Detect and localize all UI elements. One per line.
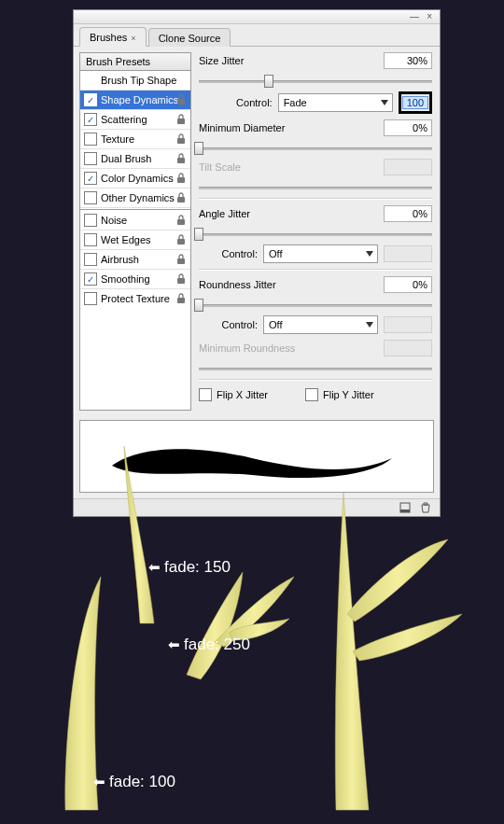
svg-rect-9	[177, 278, 185, 284]
checkbox[interactable]: ✓	[84, 272, 97, 286]
svg-rect-4	[177, 177, 185, 183]
checkbox[interactable]	[84, 253, 97, 266]
brush-settings-sidebar: Brush Presets Brush Tip Shape✓Shape Dyna…	[79, 52, 191, 411]
sidebar-item-other-dynamics[interactable]: Other Dynamics	[80, 189, 190, 208]
roundness-jitter-value[interactable]: 0%	[384, 276, 432, 293]
roundness-control-value	[384, 316, 432, 333]
minimize-button[interactable]: —	[410, 11, 419, 21]
sidebar-item-color-dynamics[interactable]: ✓Color Dynamics	[80, 169, 190, 189]
lock-icon[interactable]	[175, 253, 187, 266]
roundness-jitter-label: Roundness Jitter	[199, 279, 276, 290]
lock-icon[interactable]	[175, 113, 187, 126]
tab-bar: Brushes× Clone Source	[74, 24, 440, 47]
svg-rect-6	[177, 219, 185, 225]
lock-icon[interactable]	[175, 172, 187, 185]
roundness-control-dropdown[interactable]: Off	[263, 315, 378, 334]
svg-rect-7	[177, 239, 185, 244]
checkbox[interactable]	[84, 233, 97, 246]
sidebar-item-noise[interactable]: Noise	[80, 211, 190, 230]
fade-value-input[interactable]: 100	[402, 96, 428, 109]
tab-brushes[interactable]: Brushes×	[79, 27, 147, 47]
min-roundness-slider	[199, 362, 432, 375]
lock-icon[interactable]	[175, 152, 187, 165]
tilt-scale-slider	[199, 181, 432, 194]
checkbox[interactable]	[84, 152, 97, 165]
lock-icon[interactable]	[175, 214, 187, 227]
checkbox[interactable]	[84, 292, 97, 305]
lock-icon[interactable]	[175, 272, 187, 286]
annotation-text: fade: 250	[184, 635, 250, 654]
sidebar-item-shape-dynamics[interactable]: ✓Shape Dynamics	[80, 91, 190, 110]
size-jitter-label: Size Jitter	[199, 55, 244, 66]
close-button[interactable]: ×	[427, 11, 432, 21]
lock-icon[interactable]	[175, 93, 187, 106]
min-diameter-value[interactable]: 0%	[384, 119, 432, 136]
arrow-left-icon: ⬅	[168, 636, 180, 653]
sidebar-item-wet-edges[interactable]: Wet Edges	[80, 230, 190, 250]
sidebar-item-scattering[interactable]: ✓Scattering	[80, 110, 190, 130]
checkbox[interactable]	[84, 133, 97, 146]
sidebar-item-label: Scattering	[101, 114, 147, 125]
tab-label: Clone Source	[159, 33, 221, 44]
tilt-scale-label: Tilt Scale	[199, 161, 241, 173]
flip-x-checkbox[interactable]	[199, 388, 212, 401]
flip-y-checkbox[interactable]	[305, 388, 318, 401]
checkbox[interactable]	[84, 191, 97, 204]
svg-rect-5	[177, 197, 185, 203]
roundness-jitter-slider[interactable]	[199, 299, 432, 312]
sidebar-item-label: Texture	[101, 133, 134, 145]
checkbox[interactable]: ✓	[84, 93, 97, 106]
checkbox[interactable]: ✓	[84, 113, 97, 126]
min-diameter-label: Minimum Diameter	[199, 122, 285, 133]
settings-main: Size Jitter 30% Control: Fade 100 Minimu…	[191, 47, 440, 416]
tab-clone-source[interactable]: Clone Source	[148, 28, 231, 47]
min-diameter-slider[interactable]	[199, 142, 432, 155]
svg-rect-2	[177, 138, 185, 144]
annotation-fade-100: ⬅ fade: 100	[93, 773, 175, 791]
checkbox[interactable]: ✓	[84, 172, 97, 185]
annotation-fade-250: ⬅ fade: 250	[168, 635, 250, 654]
angle-control-dropdown[interactable]: Off	[263, 244, 378, 263]
sidebar-item-label: Airbrush	[101, 254, 139, 265]
svg-rect-10	[177, 298, 185, 303]
sidebar-item-label: Wet Edges	[101, 234, 151, 245]
titlebar: — ×	[74, 10, 440, 24]
lock-icon[interactable]	[175, 292, 187, 305]
sidebar-item-label: Brush Tip Shape	[101, 75, 176, 86]
sidebar-item-texture[interactable]: Texture	[80, 130, 190, 149]
checkbox[interactable]	[84, 214, 97, 227]
svg-rect-0	[177, 99, 185, 105]
sidebar-item-label: Color Dynamics	[101, 173, 174, 184]
lock-icon[interactable]	[175, 233, 187, 246]
sidebar-item-label: Other Dynamics	[101, 192, 175, 203]
min-roundness-value	[384, 340, 432, 356]
sidebar-item-brush-tip-shape[interactable]: Brush Tip Shape	[80, 71, 190, 91]
angle-jitter-value[interactable]: 0%	[384, 205, 432, 222]
annotation-text: fade: 150	[164, 558, 231, 577]
sidebar-item-dual-brush[interactable]: Dual Brush	[80, 149, 190, 169]
size-jitter-slider[interactable]	[199, 75, 432, 88]
svg-rect-1	[177, 119, 185, 124]
sidebar-item-smoothing[interactable]: ✓Smoothing	[80, 270, 190, 289]
tab-label: Brushes	[90, 32, 127, 43]
sidebar-item-protect-texture[interactable]: Protect Texture	[80, 289, 190, 308]
fade-highlight: 100	[399, 91, 432, 114]
flip-x-label: Flip X Jitter	[217, 389, 268, 400]
close-icon[interactable]: ×	[131, 34, 135, 43]
angle-jitter-label: Angle Jitter	[199, 208, 250, 219]
example-strokes-diagram: ⬅ fade: 150 ⬅ fade: 250 ⬅ fade: 100	[0, 437, 504, 824]
size-jitter-value[interactable]: 30%	[384, 52, 432, 69]
lock-icon[interactable]	[175, 191, 187, 204]
sidebar-header[interactable]: Brush Presets	[80, 53, 190, 71]
size-control-dropdown[interactable]: Fade	[278, 93, 393, 112]
sidebar-item-label: Protect Texture	[101, 293, 170, 304]
svg-rect-8	[177, 258, 185, 264]
arrow-left-icon: ⬅	[148, 559, 161, 576]
min-roundness-label: Minimum Roundness	[199, 342, 295, 354]
lock-icon[interactable]	[175, 133, 187, 146]
angle-jitter-slider[interactable]	[199, 228, 432, 241]
sidebar-item-airbrush[interactable]: Airbrush	[80, 250, 190, 270]
sidebar-item-label: Noise	[101, 215, 127, 226]
control-label: Control:	[221, 319, 258, 330]
flip-y-label: Flip Y Jitter	[323, 389, 374, 400]
